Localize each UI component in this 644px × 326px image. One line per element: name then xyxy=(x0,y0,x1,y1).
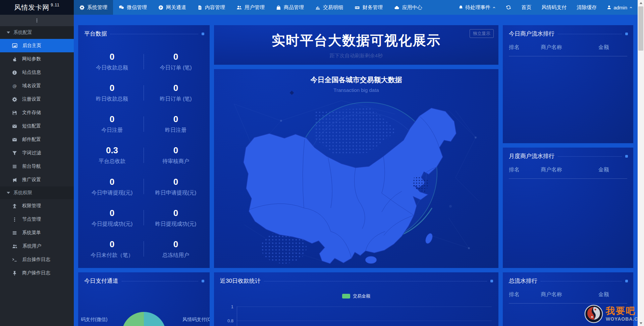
sidebar-item-merchant-log[interactable]: 商户操作日志 xyxy=(0,266,74,280)
menu-users[interactable]: 用户管理 xyxy=(231,0,270,15)
stat-item: 0今日提现成功(元) xyxy=(80,202,144,233)
menu-wechat[interactable]: 微信管理 xyxy=(113,0,153,15)
menu-label: 交易明细 xyxy=(323,4,343,11)
standalone-display-button[interactable]: 独立显示 xyxy=(470,29,494,38)
refresh-button[interactable] xyxy=(501,0,516,15)
legend-label: 交易金额 xyxy=(353,293,370,299)
menu-goods[interactable]: 商品管理 xyxy=(270,0,310,15)
stats-grid: 0今日收款总额 0今日订单 (笔) 0昨日收款总额 0昨日订单 (笔) 0今日注… xyxy=(80,46,208,265)
sidebar-item-dashboard[interactable]: 后台主页 xyxy=(0,39,74,52)
finance-icon xyxy=(355,5,360,10)
app-logo[interactable]: 风情发卡网 9.11 xyxy=(0,0,74,15)
item-label: 域名设置 xyxy=(22,83,41,89)
users-icon xyxy=(12,244,17,249)
terminal-icon xyxy=(12,257,17,262)
hero-panel: 实时平台大数据可视化展示 距下次自动刷新剩余4秒 独立显示 xyxy=(214,25,498,65)
refresh-icon xyxy=(506,5,511,10)
menu-content[interactable]: 内容管理 xyxy=(192,0,231,15)
scroll-down-arrow[interactable] xyxy=(638,320,644,326)
sidebar-item-domain[interactable]: 域名设置 xyxy=(0,79,74,93)
chevron-up-icon xyxy=(629,6,633,9)
col-amount: 金额 xyxy=(598,291,627,298)
sidebar-item-register[interactable]: 注册设置 xyxy=(0,93,74,106)
item-label: 邮件配置 xyxy=(22,137,41,143)
stat-item: 0待审核商户 xyxy=(144,140,208,171)
stat-label: 今日提现成功(元) xyxy=(92,221,133,228)
list-icon xyxy=(12,164,17,169)
item-label: 短信配置 xyxy=(22,123,41,129)
leader-dot xyxy=(625,33,628,35)
sidebar-item-storage[interactable]: 文件存储 xyxy=(0,106,74,119)
sidebar-item-promo[interactable]: 推广设置 xyxy=(0,173,74,186)
app-version: 9.11 xyxy=(51,3,59,7)
sidebar-item-mail[interactable]: 邮件配置 xyxy=(0,133,74,146)
today-merchant-rank-panel: 今日商户流水排行 排名 商户名称 金额 xyxy=(503,25,633,143)
gateway-icon xyxy=(158,5,163,10)
sidebar-collapse-toggle[interactable] xyxy=(0,15,74,26)
divider xyxy=(509,303,627,304)
scrollbar-thumb[interactable] xyxy=(638,6,643,51)
stat-value: 0 xyxy=(110,114,114,124)
menu-system[interactable]: 系统管理 xyxy=(74,0,113,15)
apple-icon xyxy=(12,57,17,62)
sidebar-item-sms[interactable]: 短信配置 xyxy=(0,119,74,133)
menu-appcenter[interactable]: 应用中心 xyxy=(388,0,428,15)
stat-item: 0总冻结用户 xyxy=(144,233,208,265)
stat-value: 0 xyxy=(173,83,178,93)
leader-dot xyxy=(202,280,204,282)
divider xyxy=(509,56,627,56)
sidebar-item-permissions[interactable]: 权限管理 xyxy=(0,199,74,213)
watermark: 我要吧 WOYAOBA.COM xyxy=(584,305,644,323)
sidebar-section-system-config[interactable]: 系统配置 xyxy=(0,26,74,39)
chart-bar-icon xyxy=(315,5,320,10)
panel-title: 平台数据 xyxy=(84,30,107,38)
stat-value: 0 xyxy=(110,177,114,187)
sidebar-item-word-filter[interactable]: 字词过滤 xyxy=(0,146,74,160)
stat-value: 0 xyxy=(110,208,114,218)
hero-title: 实时平台大数据可视化展示 xyxy=(214,31,498,50)
clear-cache-button[interactable]: 清除缓存 xyxy=(572,0,602,15)
col-amount: 金额 xyxy=(598,44,627,51)
user-dropdown[interactable]: admin xyxy=(602,0,638,15)
menu-label: 微信管理 xyxy=(127,4,147,11)
stat-value: 0 xyxy=(110,239,114,250)
home-link[interactable]: 首页 xyxy=(516,0,536,15)
item-label: 文件存储 xyxy=(22,110,41,116)
stat-item: 0.3平台总收款 xyxy=(80,140,144,171)
menu-finance[interactable]: 财务管理 xyxy=(349,0,388,15)
sidebar-item-site-info[interactable]: 站点信息 xyxy=(0,66,74,79)
china-map[interactable] xyxy=(214,91,498,268)
stat-item: 0今日注册 xyxy=(80,108,144,140)
item-label: 后台操作日志 xyxy=(22,257,50,263)
sidebar-item-site-params[interactable]: 网站参数 xyxy=(0,52,74,66)
leader-dot xyxy=(625,155,628,158)
gridline xyxy=(237,321,492,321)
sidebar-item-nodes[interactable]: 节点管理 xyxy=(0,213,74,226)
scroll-up-arrow[interactable] xyxy=(638,0,644,6)
stat-item: 0昨日申请提现(元) xyxy=(144,171,208,202)
sidebar-item-front-nav[interactable]: 前台导航 xyxy=(0,160,74,173)
menu-transactions[interactable]: 交易明细 xyxy=(310,0,349,15)
pay-link[interactable]: 风情码支付 xyxy=(536,0,572,15)
chart-legend[interactable]: 交易金额 xyxy=(342,293,370,299)
pay-channel-pie-chart[interactable] xyxy=(122,312,166,326)
caret-down-icon xyxy=(7,32,10,34)
bell-icon xyxy=(459,5,463,10)
menu-gateway[interactable]: 网关通道 xyxy=(153,0,192,15)
panel-header: 平台数据 xyxy=(84,30,204,38)
panel-title: 近30日收款统计 xyxy=(220,277,261,285)
menu-label: 财务管理 xyxy=(363,4,383,11)
sidebar-section-system-perm[interactable]: 系统权限 xyxy=(0,186,74,199)
stat-label: 昨日订单 (笔) xyxy=(160,96,192,103)
chevron-up-icon xyxy=(492,6,496,9)
item-label: 前台导航 xyxy=(22,163,41,169)
col-rank: 排名 xyxy=(509,166,541,173)
refresh-countdown: 距下次自动刷新剩余4秒 xyxy=(214,53,498,59)
sidebar-item-sys-users[interactable]: 系统用户 xyxy=(0,239,74,253)
y-tick: 1 xyxy=(225,304,233,309)
map-panel: 今日全国各城市交易额大数据 Transaction big data xyxy=(214,69,498,268)
sidebar-item-admin-log[interactable]: 后台操作日志 xyxy=(0,253,74,266)
sidebar-item-sys-menu[interactable]: 系统菜单 xyxy=(0,226,74,239)
pending-events-dropdown[interactable]: 待处理事件 xyxy=(453,0,501,15)
vertical-scrollbar[interactable] xyxy=(638,0,644,326)
